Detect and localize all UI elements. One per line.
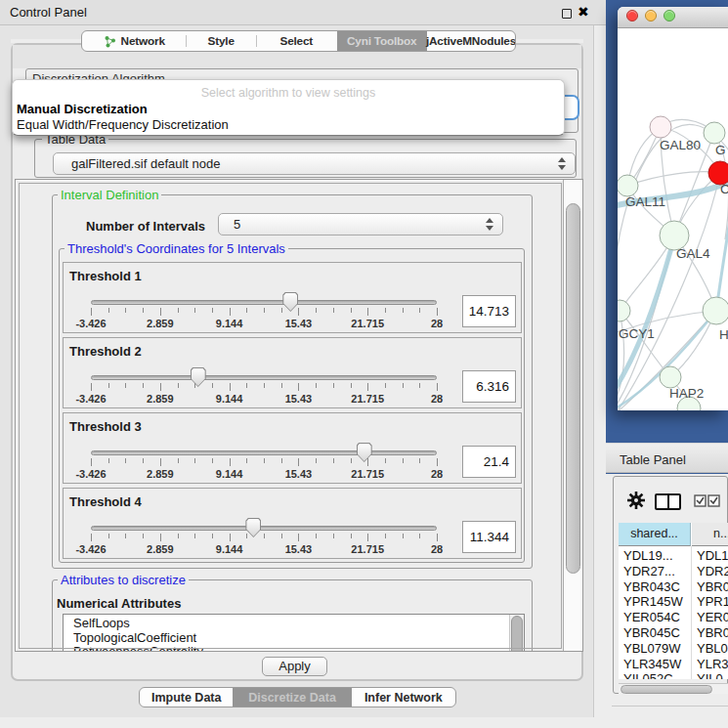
attribute-item[interactable]: BetweennessCentrality [64,645,524,652]
tab-style[interactable]: Style [186,31,256,51]
table-hscrollbar-thumb[interactable] [621,685,712,694]
slider-tick [108,534,109,538]
network-node[interactable] [703,297,728,324]
slider-tick [316,458,317,463]
table-row[interactable]: YBR045CYBR0 [619,623,728,639]
close-icon[interactable]: ✖ [578,4,589,20]
scale-label: -3.426 [67,543,114,555]
scale-label: 2.859 [137,468,184,480]
cell-name: YDR2 [697,564,728,578]
network-node[interactable] [618,175,638,196]
table-row[interactable]: YIL052CYIL0 [619,669,728,679]
slider-thumb[interactable] [245,518,261,537]
scale-label: 28 [413,543,460,555]
cell-name: YPR1 [697,594,728,609]
slider-thumb[interactable] [191,367,206,387]
list-scrollbar-thumb[interactable] [511,616,523,652]
scale-label: 28 [413,468,460,480]
table-panel-bar: Table Panel [606,443,728,473]
dropdown-hint: Select algorithm to view settings [13,86,564,100]
checkboxes-icon[interactable] [694,494,721,507]
slider-tick [178,383,179,388]
tab-label: Network [121,34,165,48]
list-scrollbar[interactable] [509,615,524,652]
table-row[interactable]: YBL079WYBL0 [619,639,728,655]
cell-name: YDL1 [697,548,728,563]
slider-tick [333,308,334,313]
tab-network[interactable]: Network [82,31,186,51]
slider-tick [230,308,231,316]
network-node[interactable] [660,366,681,388]
slider-tick [403,458,404,463]
slider-thumb[interactable] [357,443,372,462]
zoom-traffic-light[interactable] [664,10,675,21]
slider-track[interactable] [91,450,437,455]
slider-tick [212,534,213,538]
slider-tick [91,458,92,466]
network-node[interactable] [704,122,725,144]
column-header-name[interactable]: n... [692,523,728,546]
table-row[interactable]: YDL19...YDL1 [619,546,728,562]
bottom-tab-impute-data[interactable]: Impute Data [140,688,233,707]
threshold-panel-1: Threshold 1-3.4262.8599.14415.4321.71528… [63,262,522,333]
slider-tick [403,383,404,388]
network-node-label: C [720,182,728,196]
attribute-item[interactable]: TopologicalCoefficient [64,631,524,646]
table-row[interactable]: YDR27...YDR2 [619,562,728,578]
attribute-item[interactable]: SelfLoops [64,617,524,631]
threshold-panel-3: Threshold 3-3.4262.8599.14415.4321.71528… [63,412,522,484]
minimize-traffic-light[interactable] [645,10,657,21]
columns-icon[interactable] [655,493,681,510]
numerical-attributes-list[interactable]: SelfLoopsTopologicalCoefficientBetweenne… [63,614,525,652]
slider-thumb[interactable] [282,292,298,312]
table-row[interactable]: YPR145WYPR1 [619,592,728,608]
table-hscrollbar[interactable] [619,683,728,694]
settings-scroll-panel: Interval Definition Number of Intervals … [15,179,583,652]
slider-tick [437,458,438,466]
network-canvas[interactable]: GAL80GAL11GAL4GCY1HAP2GCH [618,28,728,410]
slider-tick [178,458,179,463]
threshold-value-field[interactable]: 11.344 [462,521,516,553]
network-icon [104,35,116,48]
thresholds-group-title: Threshold's Coordinates for 5 Intervals [64,241,288,256]
slider-tick [246,383,247,388]
table-data-combobox[interactable]: galFiltered.sif default node [53,152,576,175]
slider-tick [385,534,386,538]
panel-scrollbar-thumb[interactable] [566,203,580,574]
panel-scrollbar[interactable] [563,180,582,651]
table-panel-body: shared... n... YDL19...YDL1YDR27...YDR2Y… [606,474,728,728]
column-header-shared-name[interactable]: shared... [619,523,691,546]
dropdown-option-manual[interactable]: Manual Discretization [17,102,148,116]
slider-tick [437,308,438,316]
apply-button[interactable]: Apply [262,657,327,676]
threshold-value-field[interactable]: 6.316 [462,370,516,403]
slider-track[interactable] [91,300,437,305]
network-node-label: GAL80 [660,138,701,152]
thresholds-group: Threshold's Coordinates for 5 Intervals … [59,248,525,563]
threshold-value-field[interactable]: 14.713 [462,295,516,327]
table-row[interactable]: YBR043CYBR0 [619,578,728,593]
tab-cyni-toolbox[interactable]: Cyni Toolbox [337,31,427,51]
network-node[interactable] [650,116,671,138]
number-of-intervals-combobox[interactable]: 5 [218,213,503,236]
bottom-tab-discretize-data[interactable]: Discretize Data [233,688,351,707]
threshold-value-field[interactable]: 21.4 [462,446,516,478]
slider-tick [367,534,368,541]
gear-icon[interactable] [626,491,646,510]
slider-tick [125,383,126,388]
screen: Control Panel ✖ NetworkStyleSelectCyni T… [0,0,728,728]
threshold-panel-4: Threshold 4-3.4262.8599.14415.4321.71528… [63,488,522,559]
table-row[interactable]: YLR345WYLR3 [619,655,728,670]
slider-track[interactable] [91,526,437,531]
tab-select[interactable]: Select [256,31,337,51]
slider-track[interactable] [91,375,437,380]
tab-jactivemnodules[interactable]: jActiveMNodules [427,31,515,51]
float-icon[interactable] [562,9,572,19]
dropdown-option-equal-width[interactable]: Equal Width/Frequency Discretization [17,117,229,132]
table-row[interactable]: YER054CYER0 [619,608,728,623]
table-panel-title: Table Panel [620,452,686,467]
slider-tick [91,534,92,541]
close-traffic-light[interactable] [626,10,638,21]
network-node[interactable] [618,300,630,321]
bottom-tab-infer-network[interactable]: Infer Network [352,688,455,707]
